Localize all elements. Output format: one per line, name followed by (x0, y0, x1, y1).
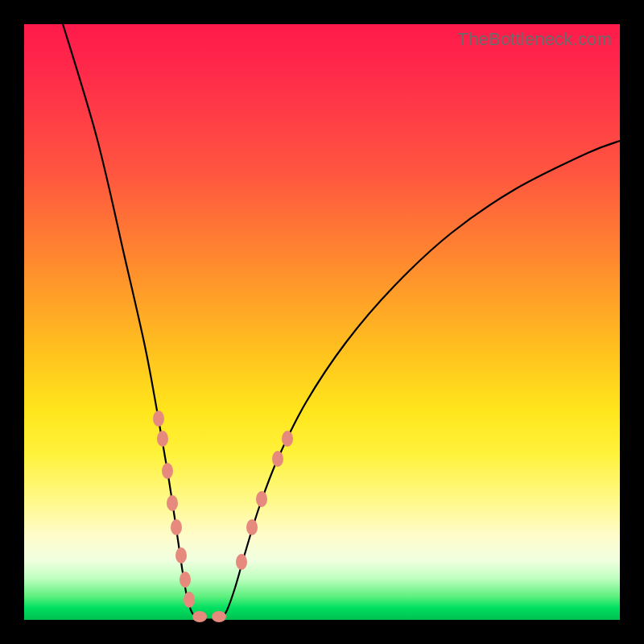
data-marker (180, 572, 191, 588)
curve-right (221, 141, 620, 618)
data-marker (256, 491, 267, 507)
chart-area: TheBottleneck.com (24, 24, 620, 620)
data-marker (192, 611, 207, 622)
data-marker (212, 611, 226, 622)
data-marker (157, 431, 168, 447)
chart-overlay (24, 24, 620, 620)
data-marker (162, 463, 173, 479)
data-marker (184, 592, 195, 608)
data-marker (246, 519, 258, 535)
data-marker (167, 495, 178, 511)
data-marker (282, 431, 293, 447)
data-marker (171, 519, 182, 535)
data-marker (236, 554, 247, 570)
data-marker (153, 411, 164, 427)
data-marker (175, 547, 187, 564)
data-marker (272, 451, 283, 467)
watermark-text: TheBottleneck.com (457, 29, 612, 50)
